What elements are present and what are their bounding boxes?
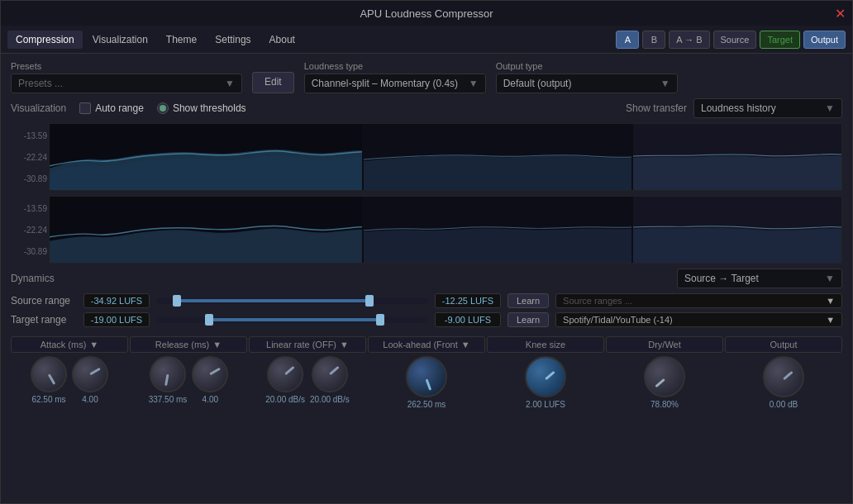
attack-knob-2-val: 4.00 — [82, 395, 98, 404]
lookahead-knobs: 262.50 ms — [406, 356, 447, 409]
loudness-history-arrow-icon: ▼ — [825, 102, 835, 114]
source-range-handle-left[interactable] — [173, 295, 181, 307]
source-range-row: Source range -34.92 LUFS -12.25 LUFS Lea… — [11, 293, 842, 308]
linear-rate-knob-2[interactable] — [312, 356, 348, 392]
menu-settings[interactable]: Settings — [207, 31, 259, 49]
output-type-dropdown[interactable]: Default (output) ▼ — [496, 74, 678, 93]
source-range-val1[interactable]: -34.92 LUFS — [83, 293, 150, 308]
source-range-handle-right[interactable] — [365, 295, 374, 307]
app-title: APU Loudness Compressor — [360, 7, 493, 20]
waveform-bottom-label-1: -13.59 — [11, 204, 47, 213]
output-type-value: Default (output) — [503, 78, 572, 89]
viz-label: Visualization — [11, 102, 66, 114]
dry-wet-knob-1-indicator — [655, 378, 665, 388]
presets-dropdown[interactable]: Presets ... ▼ — [11, 74, 242, 93]
release-knob-2-indicator — [210, 368, 222, 376]
waveform-top-label-3: -30.89 — [11, 174, 47, 183]
ab-a-button[interactable]: A — [616, 31, 639, 49]
dry-wet-knob-1[interactable] — [644, 356, 685, 397]
app-window: APU Loudness Compressor ✕ Compression Vi… — [0, 0, 853, 504]
attack-knob-2[interactable] — [72, 356, 108, 392]
source-learn-button[interactable]: Learn — [508, 293, 549, 308]
linear-rate-header[interactable]: Linear rate (OFF) ▼ — [249, 336, 366, 353]
loudness-history-value: Loudness history — [701, 102, 776, 114]
lookahead-dropdown-icon: ▼ — [461, 340, 470, 349]
attack-knob-2-item: 4.00 — [72, 356, 108, 404]
knee-size-knob-1-item: 2.00 LUFS — [525, 356, 566, 409]
edit-button[interactable]: Edit — [252, 72, 294, 93]
dry-wet-header: Dry/Wet — [606, 336, 723, 353]
output-button[interactable]: Output — [803, 31, 846, 49]
loudness-type-dropdown[interactable]: Channel-split – Momentary (0.4s) ▼ — [304, 74, 486, 93]
dry-wet-group: Dry/Wet 78.80% — [606, 336, 723, 409]
output-knob-header: Output — [725, 336, 842, 353]
ab-b-button[interactable]: B — [642, 31, 665, 49]
menu-visualization[interactable]: Visualization — [84, 31, 156, 49]
target-range-handle-left[interactable] — [205, 314, 213, 326]
output-knob-1-val: 0.00 dB — [770, 400, 798, 409]
knee-size-header: Knee size — [487, 336, 604, 353]
show-thresholds-label: Show thresholds — [173, 102, 246, 114]
menu-about[interactable]: About — [261, 31, 303, 49]
release-knobs: 337.50 ms 4.00 — [149, 356, 229, 404]
target-ranges-arrow-icon: ▼ — [826, 315, 835, 325]
release-knob-2[interactable] — [192, 356, 228, 392]
loudness-type-value: Channel-split – Momentary (0.4s) — [312, 78, 458, 89]
attack-knob-1[interactable] — [31, 356, 67, 392]
ab-arrow-button[interactable]: A → B — [669, 31, 709, 49]
target-range-slider[interactable] — [156, 316, 428, 323]
output-knob-1[interactable] — [763, 356, 804, 397]
lookahead-header-label: Look-ahead (Front — [383, 340, 458, 349]
release-header[interactable]: Release (ms) ▼ — [130, 336, 247, 353]
show-thresholds-dot — [160, 105, 166, 112]
source-ranges-value: Source ranges ... — [563, 296, 632, 306]
source-button[interactable]: Source — [713, 31, 757, 49]
waveform-top: -13.59 -22.24 -30.89 — [11, 123, 842, 191]
waveform-seg-3 — [633, 124, 841, 190]
source-range-label: Source range — [11, 295, 77, 307]
source-ranges-dropdown[interactable]: Source ranges ... ▼ — [555, 293, 842, 308]
menu-compression[interactable]: Compression — [7, 31, 83, 49]
close-button[interactable]: ✕ — [835, 6, 846, 21]
auto-range-label: Auto range — [95, 102, 144, 114]
attack-dropdown-icon: ▼ — [89, 340, 98, 349]
menu-theme[interactable]: Theme — [158, 31, 205, 49]
target-range-handle-right[interactable] — [376, 314, 384, 326]
attack-header[interactable]: Attack (ms) ▼ — [11, 336, 128, 353]
release-knob-1[interactable] — [150, 356, 186, 392]
presets-value: Presets ... — [18, 78, 63, 89]
presets-row: Presets Presets ... ▼ Edit Loudness type… — [11, 60, 842, 93]
waveform-bottom-seg-1 — [50, 197, 362, 263]
source-range-val2[interactable]: -12.25 LUFS — [435, 293, 501, 308]
target-ranges-dropdown[interactable]: Spotify/Tidal/YouTube (-14) ▼ — [555, 312, 842, 327]
waveform-bottom: -13.59 -22.24 -30.89 — [11, 196, 842, 264]
lookahead-knob-1[interactable] — [406, 356, 447, 397]
source-range-slider[interactable] — [156, 297, 428, 304]
target-range-val1[interactable]: -19.00 LUFS — [83, 312, 150, 327]
dynamics-mode-dropdown[interactable]: Source → Target ▼ — [677, 269, 842, 288]
knee-size-knob-1[interactable] — [525, 356, 566, 397]
output-type-group: Output type Default (output) ▼ — [496, 61, 678, 93]
output-type-arrow-icon: ▼ — [660, 78, 670, 89]
menu-bar: Compression Visualization Theme Settings… — [1, 26, 852, 54]
show-thresholds-checkbox[interactable]: Show thresholds — [157, 102, 246, 114]
linear-rate-knob-2-val: 20.00 dB/s — [310, 395, 350, 404]
linear-rate-knob-1[interactable] — [267, 356, 303, 392]
dynamics-header: Dynamics Source → Target ▼ — [11, 269, 842, 288]
output-knobs: 0.00 dB — [763, 356, 804, 409]
target-learn-button[interactable]: Learn — [508, 312, 549, 327]
lookahead-header[interactable]: Look-ahead (Front ▼ — [368, 336, 485, 353]
loudness-history-dropdown[interactable]: Loudness history ▼ — [693, 98, 842, 118]
auto-range-checkbox[interactable]: Auto range — [79, 102, 144, 114]
target-button[interactable]: Target — [760, 31, 800, 49]
dry-wet-knob-1-val: 78.80% — [650, 400, 679, 409]
linear-rate-knob-1-indicator — [284, 366, 295, 375]
waveform-bottom-seg-3 — [633, 197, 841, 263]
waveform-top-canvas — [49, 123, 842, 191]
target-range-val2[interactable]: -9.00 LUFS — [435, 312, 501, 327]
attack-group: Attack (ms) ▼ 62.50 ms 4.00 — [11, 336, 128, 404]
linear-rate-knob-1-item: 20.00 dB/s — [265, 356, 305, 404]
attack-knobs: 62.50 ms 4.00 — [31, 356, 108, 404]
waveform-bottom-label-3: -30.89 — [11, 247, 47, 256]
knobs-section: Attack (ms) ▼ 62.50 ms 4.00 — [11, 336, 842, 409]
